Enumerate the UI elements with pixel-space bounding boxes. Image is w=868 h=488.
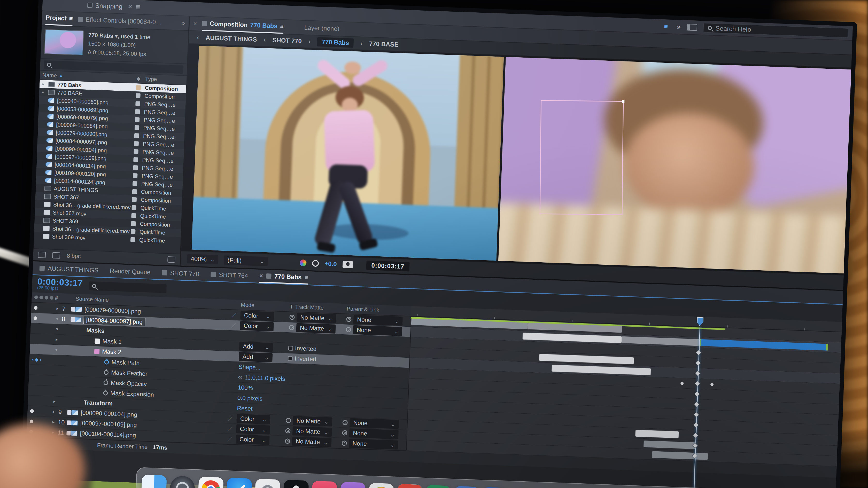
dock-icon[interactable] xyxy=(255,479,280,488)
pickwhip-icon[interactable] xyxy=(342,441,347,446)
pickwhip-icon[interactable] xyxy=(346,317,351,322)
layer-duration-bar[interactable] xyxy=(644,441,695,449)
pickwhip-icon[interactable] xyxy=(342,420,348,425)
pickwhip-icon[interactable] xyxy=(342,430,347,435)
dock-item[interactable] xyxy=(482,487,507,488)
snapping-control[interactable]: Snapping ✕ ≣ xyxy=(87,1,141,11)
label-color-chip[interactable] xyxy=(131,213,140,218)
pickwhip-icon[interactable] xyxy=(285,438,290,444)
pickwhip-icon[interactable] xyxy=(285,428,291,433)
keyframe-dot[interactable] xyxy=(710,383,714,386)
label-color-chip[interactable] xyxy=(135,117,144,122)
twirl-icon[interactable] xyxy=(53,360,59,360)
dock-icon[interactable]: 12 xyxy=(397,484,423,488)
dock-icon[interactable] xyxy=(482,487,507,488)
label-color-chip[interactable] xyxy=(132,181,142,186)
label-color-chip[interactable] xyxy=(133,165,142,170)
bit-depth-label[interactable]: 8 bpc xyxy=(67,253,81,260)
panel-menu-icon[interactable]: ≡ xyxy=(305,274,308,281)
parent-dropdown[interactable]: None ⌄ xyxy=(349,439,398,450)
property-value[interactable]: ∞ 0.0 pixels xyxy=(237,394,262,402)
new-comp-icon[interactable] xyxy=(52,252,60,259)
column-name[interactable]: Name xyxy=(42,72,57,79)
track-matte-dropdown[interactable]: No Matte ⌄ xyxy=(296,323,336,334)
pickwhip-icon[interactable] xyxy=(289,315,295,320)
twirl-icon[interactable] xyxy=(38,196,44,196)
timeline-tab[interactable]: × AUGUST THINGS ≡ xyxy=(39,264,98,274)
dock-item[interactable] xyxy=(198,477,224,488)
viewer-current-time[interactable]: 0:00:03:17 xyxy=(366,261,410,271)
label-color-chip[interactable] xyxy=(135,109,144,114)
layer-switches[interactable]: ／ xyxy=(231,322,240,329)
dock-icon[interactable]: ♪ xyxy=(312,481,337,488)
snap-close-icon[interactable]: ✕ xyxy=(127,3,133,10)
twirl-icon[interactable]: ▾ xyxy=(53,347,60,353)
label-color-chip[interactable] xyxy=(134,141,143,146)
stopwatch-icon[interactable] xyxy=(103,380,108,385)
dock-icon[interactable] xyxy=(169,476,195,488)
twirl-icon[interactable]: ▾ xyxy=(54,316,60,322)
eye-icon[interactable] xyxy=(30,419,34,423)
label-color-chip[interactable] xyxy=(134,125,144,130)
eye-icon[interactable] xyxy=(34,306,38,310)
comp-view-wide[interactable] xyxy=(192,46,504,261)
stopwatch-icon[interactable] xyxy=(104,360,109,365)
column-number[interactable]: # xyxy=(55,295,76,302)
layer-duration-bar[interactable] xyxy=(523,333,622,343)
twirl-icon[interactable] xyxy=(52,391,58,391)
inverted-checkbox[interactable] xyxy=(288,346,293,351)
pickwhip-icon[interactable] xyxy=(289,325,294,330)
workspace-overflow-icon[interactable]: » xyxy=(677,23,681,31)
label-color-chip[interactable] xyxy=(135,93,145,98)
twirl-icon[interactable]: ▸ xyxy=(53,337,60,343)
snapping-checkbox[interactable] xyxy=(87,3,93,8)
twirl-icon[interactable] xyxy=(40,124,47,124)
twirl-icon[interactable] xyxy=(37,212,44,212)
lock-column-icon[interactable] xyxy=(50,296,54,300)
column-parent-link[interactable]: Parent & Link xyxy=(346,306,411,314)
track-matte-dropdown[interactable]: No Matte ⌄ xyxy=(292,426,332,437)
footage-name[interactable]: 770 Babs ▾ xyxy=(88,32,118,39)
close-tab-icon[interactable]: × xyxy=(259,272,263,280)
label-color-chip[interactable] xyxy=(130,237,140,242)
breadcrumb-item[interactable]: ‹ 770 BASE xyxy=(361,40,399,48)
layer-duration-bar[interactable] xyxy=(527,323,622,332)
stopwatch-icon[interactable] xyxy=(103,391,108,396)
twirl-icon[interactable] xyxy=(36,236,43,236)
panel-layout-icon[interactable] xyxy=(687,24,697,31)
twirl-icon[interactable] xyxy=(52,370,59,370)
twirl-icon[interactable] xyxy=(39,164,45,164)
pickwhip-icon[interactable] xyxy=(286,418,291,423)
label-color-chip[interactable] xyxy=(131,229,140,234)
twirl-icon[interactable] xyxy=(39,156,46,156)
dock-item[interactable] xyxy=(141,475,167,488)
dock-item[interactable] xyxy=(368,483,394,488)
track-matte-dropdown[interactable]: No Matte ⌄ xyxy=(292,436,332,447)
tab-layer[interactable]: Layer (none) xyxy=(304,24,339,33)
column-mode[interactable]: Mode xyxy=(241,301,290,310)
label-color-chip[interactable] xyxy=(133,149,143,154)
twirl-icon[interactable] xyxy=(41,108,48,108)
track-matte-dropdown[interactable]: No Matte ⌄ xyxy=(297,313,336,323)
dock-item[interactable] xyxy=(283,480,309,488)
twirl-icon[interactable] xyxy=(41,116,47,116)
snapshot-camera-icon[interactable] xyxy=(342,261,353,268)
layer-duration-bar[interactable] xyxy=(539,354,634,364)
dock-item[interactable]: W xyxy=(454,486,479,488)
mode-dropdown[interactable]: Color ⌄ xyxy=(240,321,274,331)
twirl-icon[interactable] xyxy=(37,220,43,220)
panel-menu-icon[interactable]: ≡ xyxy=(69,15,73,22)
twirl-icon[interactable]: ▸ xyxy=(42,82,49,87)
dock-item[interactable] xyxy=(169,476,195,488)
tab-project[interactable]: Project ≡ xyxy=(45,11,73,26)
mode-dropdown[interactable]: Add ⌄ xyxy=(239,352,273,362)
layer-duration-bar[interactable] xyxy=(652,451,708,460)
audio-column-icon[interactable] xyxy=(39,296,43,299)
twirl-icon[interactable] xyxy=(37,228,43,228)
timeline-tab[interactable]: × SHOT 770 ≡ xyxy=(162,269,199,278)
resolution-dropdown[interactable]: (Full) ⌄ xyxy=(224,255,268,266)
label-column-icon[interactable]: ◆ xyxy=(136,75,146,82)
timeline-tab[interactable]: × Render Queue ≡ xyxy=(110,267,151,276)
dock-item[interactable] xyxy=(254,479,280,488)
dock-item[interactable] xyxy=(226,478,252,488)
